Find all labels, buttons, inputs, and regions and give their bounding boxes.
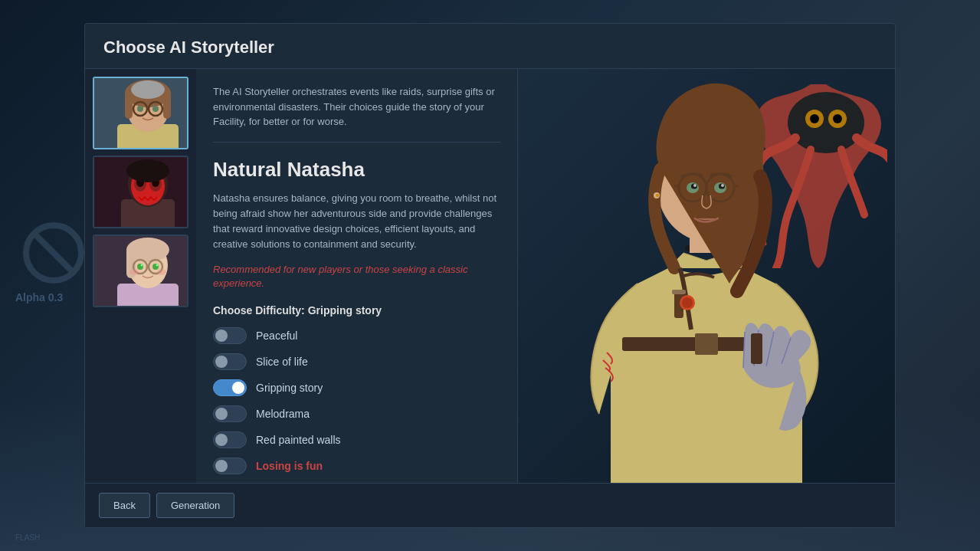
toggle-thumb-red-walls bbox=[215, 434, 228, 446]
flash-logo: FLASH bbox=[15, 533, 40, 542]
svg-point-36 bbox=[156, 264, 159, 267]
difficulty-option-melodrama: Melodrama bbox=[213, 405, 500, 422]
option-label-losing: Losing is fun bbox=[256, 460, 323, 472]
toggle-peaceful[interactable] bbox=[213, 327, 247, 344]
toggle-red-walls[interactable] bbox=[213, 431, 247, 448]
difficulty-options: Peaceful Slice of life bbox=[213, 327, 500, 474]
svg-point-37 bbox=[129, 269, 139, 275]
svg-rect-8 bbox=[163, 92, 171, 119]
difficulty-option-gripping: Gripping story bbox=[213, 379, 500, 396]
option-label-gripping: Gripping story bbox=[256, 382, 323, 394]
option-label-peaceful: Peaceful bbox=[256, 330, 297, 342]
toggle-gripping[interactable] bbox=[213, 379, 247, 396]
svg-point-13 bbox=[137, 106, 143, 112]
toggle-track-gripping bbox=[213, 379, 247, 396]
toggle-thumb-peaceful bbox=[215, 330, 228, 342]
svg-point-62 bbox=[656, 194, 659, 197]
no-symbol-decoration bbox=[23, 222, 84, 284]
toggle-thumb-gripping bbox=[232, 382, 244, 394]
option-label-slice: Slice of life bbox=[256, 356, 308, 368]
toggle-losing[interactable] bbox=[213, 458, 247, 474]
svg-point-14 bbox=[152, 106, 159, 112]
svg-point-60 bbox=[721, 184, 724, 187]
content-area: The AI Storyteller orchestrates events l… bbox=[196, 69, 895, 483]
svg-line-1 bbox=[35, 235, 72, 271]
svg-point-35 bbox=[141, 264, 143, 267]
toggle-slice[interactable] bbox=[213, 353, 247, 370]
option-label-red-walls: Red painted walls bbox=[256, 434, 341, 446]
character-natasha-art bbox=[561, 69, 852, 483]
toggle-track-slice bbox=[213, 353, 247, 370]
option-label-melodrama: Melodrama bbox=[256, 408, 310, 420]
toggle-thumb-melodrama bbox=[215, 408, 228, 420]
difficulty-option-slice: Slice of life bbox=[213, 353, 500, 370]
svg-rect-7 bbox=[125, 92, 133, 119]
storyteller-name: Natural Natasha bbox=[213, 158, 500, 182]
toggle-track-losing bbox=[213, 458, 247, 474]
portrait-natasha[interactable] bbox=[93, 77, 188, 149]
svg-point-70 bbox=[682, 297, 693, 308]
svg-point-23 bbox=[126, 159, 169, 182]
main-panel: Choose AI Storyteller bbox=[84, 23, 896, 528]
panel-title: Choose AI Storyteller bbox=[85, 24, 895, 69]
generation-button[interactable]: Generation bbox=[156, 493, 234, 518]
toggle-thumb-losing bbox=[215, 460, 228, 472]
panel-body: The AI Storyteller orchestrates events l… bbox=[85, 69, 895, 483]
toggle-track-melodrama bbox=[213, 405, 247, 422]
difficulty-label: Choose Difficulty: Gripping story bbox=[213, 304, 500, 316]
toggle-thumb-slice bbox=[215, 356, 228, 368]
alpha-badge: Alpha 0.3 bbox=[15, 291, 63, 303]
intro-text: The AI Storyteller orchestrates events l… bbox=[213, 84, 500, 143]
storyteller-list bbox=[85, 69, 196, 483]
storyteller-description: Natasha ensures balance, giving you room… bbox=[213, 191, 500, 253]
difficulty-option-red-walls: Red painted walls bbox=[213, 431, 500, 448]
portrait-storyteller2[interactable] bbox=[93, 156, 188, 228]
svg-point-59 bbox=[693, 184, 696, 187]
svg-rect-71 bbox=[751, 333, 762, 364]
portrait-storyteller3[interactable] bbox=[93, 235, 188, 307]
toggle-track-red-walls bbox=[213, 431, 247, 448]
svg-point-9 bbox=[131, 80, 165, 99]
recommended-text: Recommended for new players or those see… bbox=[213, 263, 500, 290]
back-button[interactable]: Back bbox=[99, 493, 150, 518]
difficulty-option-losing: Losing is fun bbox=[213, 458, 500, 474]
artwork-area bbox=[518, 69, 895, 483]
svg-point-38 bbox=[157, 269, 166, 275]
footer: Back Generation bbox=[85, 483, 895, 527]
difficulty-option-peaceful: Peaceful bbox=[213, 327, 500, 344]
toggle-melodrama[interactable] bbox=[213, 405, 247, 422]
info-panel: The AI Storyteller orchestrates events l… bbox=[196, 69, 518, 483]
svg-rect-68 bbox=[672, 290, 686, 294]
svg-rect-45 bbox=[695, 333, 718, 355]
toggle-track-peaceful bbox=[213, 327, 247, 344]
